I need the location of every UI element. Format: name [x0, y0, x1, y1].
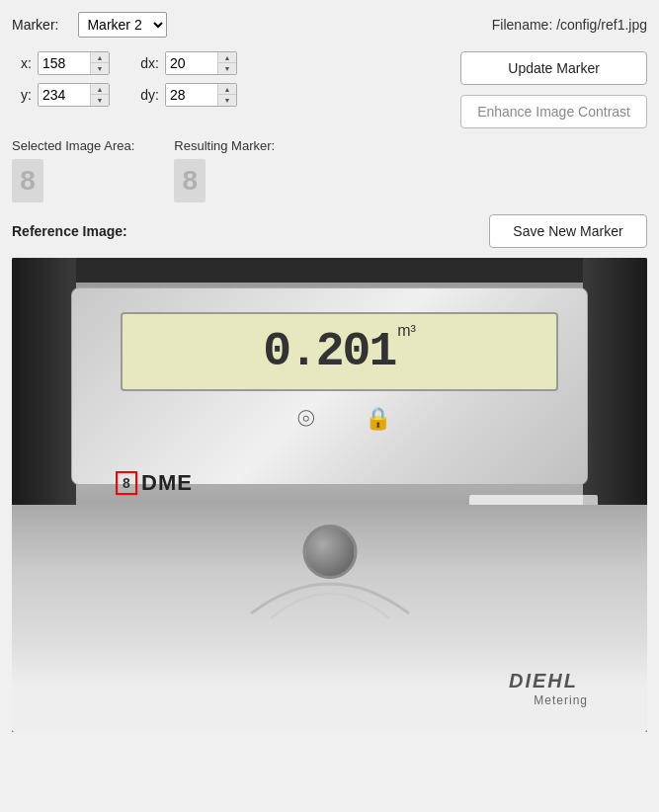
dx-spinner[interactable]: ▲ ▼ [165, 51, 237, 75]
y-input[interactable] [39, 84, 90, 106]
selected-area-section: Selected Image Area: 8 [12, 138, 134, 203]
y-label: y: [12, 87, 32, 103]
dy-field-row: dy: ▲ ▼ [139, 83, 237, 107]
save-row: Reference Image: Save New Marker [12, 214, 647, 248]
lcd-unit: m³ [397, 322, 416, 340]
dy-input[interactable] [166, 84, 217, 106]
filename-text: Filename: /config/ref1.jpg [492, 17, 647, 33]
dme-text: DME [141, 470, 193, 496]
dx-up-button[interactable]: ▲ [218, 52, 236, 63]
curved-lines-svg [231, 544, 429, 623]
marker-label: Marker: [12, 17, 58, 33]
reference-image-label: Reference Image: [12, 223, 489, 239]
x-arrows: ▲ ▼ [90, 52, 109, 74]
x-down-button[interactable]: ▼ [91, 63, 109, 74]
dy-down-button[interactable]: ▼ [218, 95, 236, 106]
save-new-marker-button[interactable]: Save New Marker [489, 214, 647, 248]
marker-box: 8 [116, 471, 137, 495]
y-up-button[interactable]: ▲ [91, 84, 109, 95]
dy-label: dy: [139, 87, 159, 103]
top-dark-bar [76, 258, 583, 283]
marker-select[interactable]: Marker 1 Marker 2 Marker 3 [78, 12, 167, 38]
dme-row: 8 DME [116, 470, 193, 496]
y-spinner[interactable]: ▲ ▼ [38, 83, 110, 107]
dx-arrows: ▲ ▼ [217, 52, 236, 74]
wifi-icon: ⦾ [297, 406, 315, 432]
lcd-number: 0.201 [263, 325, 395, 378]
lcd-area: 0.201 m³ [121, 312, 558, 391]
dx-input[interactable] [166, 52, 217, 74]
dx-field-row: dx: ▲ ▼ [139, 51, 237, 75]
icon-row: ⦾ 🔒 [150, 406, 538, 432]
y-down-button[interactable]: ▼ [91, 95, 109, 106]
enhance-contrast-button[interactable]: Enhance Image Contrast [460, 95, 647, 128]
selected-area-digit: 8 [12, 159, 43, 203]
x-up-button[interactable]: ▲ [91, 52, 109, 63]
resulting-marker-section: Resulting Marker: 8 [174, 138, 275, 203]
x-input[interactable] [39, 52, 90, 74]
update-marker-button[interactable]: Update Marker [460, 51, 647, 85]
buttons-col: Update Marker Enhance Image Contrast [460, 51, 647, 128]
resulting-marker-digit: 8 [174, 159, 206, 203]
x-label: x: [12, 55, 32, 71]
dx-label: dx: [139, 55, 159, 71]
reference-image: 0.201 m³ ⦾ 🔒 8 DME DIEHL Metering [12, 258, 647, 732]
resulting-marker-label: Resulting Marker: [174, 138, 275, 153]
dy-up-button[interactable]: ▲ [218, 84, 236, 95]
x-field-row: x: ▲ ▼ [12, 51, 110, 75]
reference-image-container: 0.201 m³ ⦾ 🔒 8 DME DIEHL Metering [12, 258, 647, 732]
dy-spinner[interactable]: ▲ ▼ [165, 83, 237, 107]
dx-down-button[interactable]: ▼ [218, 63, 236, 74]
diehl-text: DIEHL [509, 670, 578, 692]
dy-arrows: ▲ ▼ [217, 84, 236, 106]
image-area-row: Selected Image Area: 8 Resulting Marker:… [12, 138, 647, 203]
selected-area-label: Selected Image Area: [12, 138, 134, 153]
diehl-sub-text: Metering [534, 693, 588, 707]
x-spinner[interactable]: ▲ ▼ [38, 51, 110, 75]
top-row: Marker: Marker 1 Marker 2 Marker 3 Filen… [12, 12, 647, 38]
y-arrows: ▲ ▼ [90, 84, 109, 106]
y-field-row: y: ▲ ▼ [12, 83, 110, 107]
lock-icon: 🔒 [365, 406, 391, 432]
